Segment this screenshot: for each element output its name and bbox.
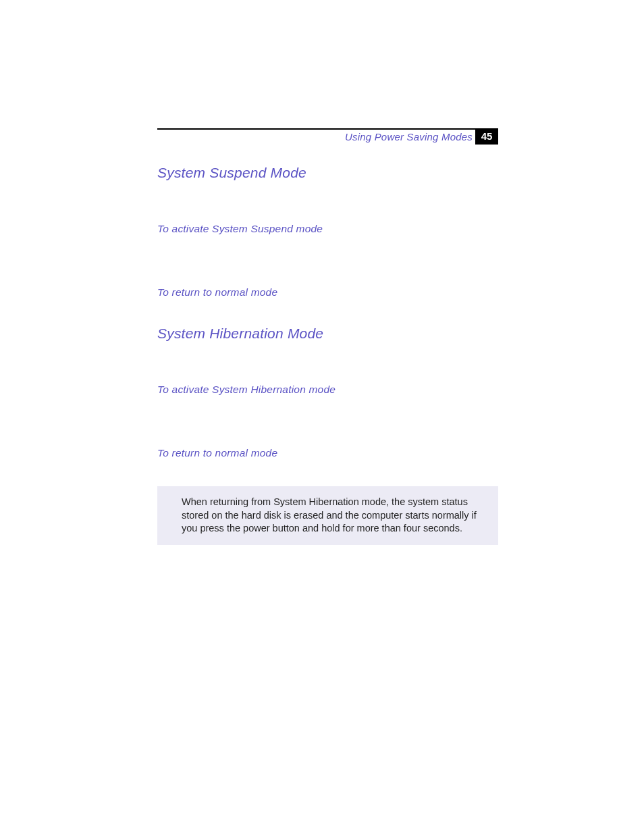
subheading-return-normal-1: To return to normal mode [157,286,498,298]
subheading-return-normal-2: To return to normal mode [157,447,498,459]
note-box: When returning from System Hibernation m… [157,486,498,545]
page-number: 45 [475,128,498,145]
page-content: System Suspend Mode To activate System S… [157,165,498,545]
subheading-activate-suspend: To activate System Suspend mode [157,223,498,235]
heading-system-hibernation-mode: System Hibernation Mode [157,325,498,342]
note-text: When returning from System Hibernation m… [182,496,477,533]
heading-system-suspend-mode: System Suspend Mode [157,165,498,181]
subheading-activate-hibernation: To activate System Hibernation mode [157,384,498,396]
header-rule [157,128,498,130]
running-header-title: Using Power Saving Modes [345,131,473,142]
document-page: Using Power Saving Modes 45 System Suspe… [0,0,644,834]
